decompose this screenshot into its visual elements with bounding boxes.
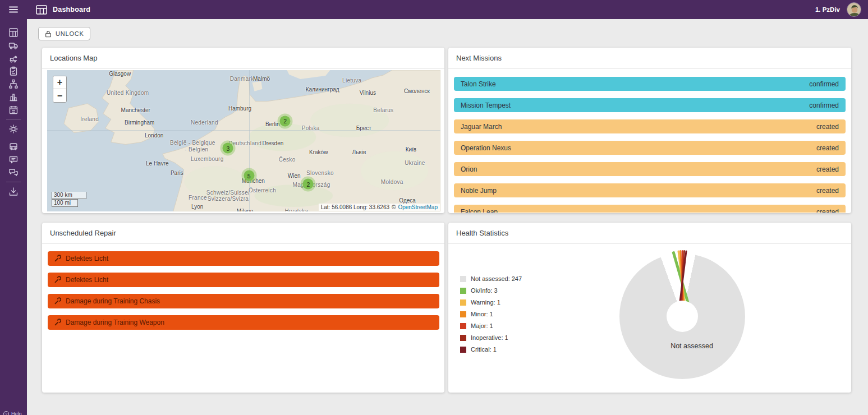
cluster-count-badge: 5 [244, 170, 254, 181]
map-canvas[interactable]: GlasgowDanmarkMalmöLietuvaUnited Kingdom… [47, 70, 440, 211]
mission-item[interactable]: Orion created [454, 162, 846, 176]
vehicle-front-icon [8, 142, 19, 152]
legend-swatch [460, 323, 466, 329]
wrench-icon [53, 319, 61, 326]
map-cluster-marker[interactable]: 3 [221, 141, 236, 156]
top-bar: Dashboard 1. PzDiv [0, 0, 868, 19]
mission-list: Talon Strike confirmed Mission Tempest c… [448, 69, 851, 213]
map-attribution: Lat: 56.0086 Long: 33.6263 © OpenStreetM… [319, 204, 440, 211]
mission-item[interactable]: Operation Nexus created [454, 141, 846, 155]
legend-item: Minor: 1 [460, 311, 522, 317]
mission-name: Jaguar March [461, 123, 502, 131]
legend-item: Critical: 1 [460, 346, 522, 353]
donut-hole [667, 301, 698, 332]
sidebar-item-planning[interactable] [0, 103, 27, 116]
bar-chart-icon [8, 92, 19, 102]
unlock-button[interactable]: UNLOCK [38, 27, 90, 40]
help-label: Help [11, 411, 22, 415]
sidebar-item-maintenance[interactable] [0, 52, 27, 64]
mission-status: created [816, 165, 839, 173]
mission-status: created [816, 187, 839, 195]
sidebar-item-dashboard[interactable] [0, 26, 27, 39]
menu-toggle-button[interactable] [0, 4, 27, 15]
hamburger-icon [8, 4, 19, 15]
help-question-icon: ? [3, 411, 9, 415]
sidebar-divider [6, 119, 21, 119]
mission-name: Operation Nexus [461, 144, 511, 152]
repair-label: Defektes Licht [66, 276, 108, 284]
settings-gear-icon [8, 124, 19, 134]
legend-item: Inoperative: 1 [460, 334, 522, 341]
mission-name: Mission Tempest [461, 102, 511, 109]
mission-item[interactable]: Noble Jump created [454, 183, 846, 197]
card-health-statistics: Health Statistics Not assessed: 247 Ok/I… [448, 223, 851, 393]
map-cluster-marker[interactable]: 5 [241, 168, 256, 183]
map-cluster-marker[interactable]: 2 [278, 113, 293, 128]
mission-name: Noble Jump [461, 187, 497, 195]
map-coordinates: Lat: 56.0086 Long: 33.6263 [321, 204, 389, 210]
map-zoom-control: + − [53, 76, 67, 103]
repair-item[interactable]: Damage during Training Weapon [48, 315, 439, 330]
clipboard-check-icon [8, 66, 19, 76]
legend-item: Not assessed: 247 [460, 275, 522, 282]
repair-item[interactable]: Defektes Licht [48, 273, 439, 287]
sidebar-item-messages[interactable] [0, 153, 27, 166]
wrench-icon [53, 276, 61, 284]
app-root: Dashboard 1. PzDiv [0, 0, 868, 415]
legend-label: Warning: 1 [471, 299, 500, 306]
mission-item[interactable]: Talon Strike confirmed [454, 77, 846, 91]
main-content: UNLOCK Locations Map [27, 19, 868, 415]
repair-item[interactable]: Damage during Training Chasis [48, 294, 439, 308]
sidebar-item-garage[interactable] [0, 140, 27, 153]
calendar-icon [8, 105, 19, 115]
mission-name: Talon Strike [461, 80, 496, 88]
unlock-label: UNLOCK [56, 30, 84, 37]
user-avatar[interactable] [847, 2, 861, 17]
dashboard-grid: Locations Map [42, 48, 851, 393]
legend-item: Ok/Info: 3 [460, 287, 522, 294]
sidebar-item-chat[interactable] [0, 166, 27, 179]
mission-name: Orion [461, 165, 477, 173]
cluster-count-badge: 3 [223, 143, 233, 154]
soldier-avatar-icon [847, 3, 861, 17]
map-scale-control: 300 km 100 mi [52, 192, 86, 207]
mission-item[interactable]: Jaguar March created [454, 119, 846, 133]
legend-swatch [460, 288, 466, 294]
copyright-symbol: © [392, 204, 396, 210]
cluster-count: 5 [247, 172, 251, 179]
health-legend: Not assessed: 247 Ok/Info: 3 Warning: 1 … [460, 275, 522, 358]
sidebar-item-downloads[interactable] [0, 185, 27, 198]
sidebar-item-vehicles[interactable] [0, 39, 27, 52]
card-locations-map: Locations Map [42, 48, 444, 213]
mission-item[interactable]: Mission Tempest confirmed [454, 98, 846, 112]
card-title-text: Locations Map [50, 54, 98, 62]
mission-status: confirmed [809, 102, 839, 109]
unit-label: 1. PzDiv [815, 6, 840, 13]
mission-name: Falcon Leap [461, 208, 498, 213]
cluster-count-badge: 2 [280, 116, 291, 126]
legend-swatch [460, 335, 466, 341]
cluster-count-badge: 2 [303, 179, 314, 190]
sidebar-item-statistics[interactable] [0, 90, 27, 103]
org-chart-icon [8, 79, 19, 89]
zoom-in-button[interactable]: + [53, 76, 66, 89]
map-cluster-marker[interactable]: 2 [301, 177, 316, 192]
sidebar-item-organization[interactable] [0, 77, 27, 90]
sidebar-item-settings[interactable] [0, 122, 27, 135]
repair-item[interactable]: Defektes Licht [48, 251, 439, 266]
lock-icon [44, 30, 52, 38]
cluster-count: 2 [307, 181, 310, 187]
legend-swatch [460, 299, 466, 306]
cluster-count: 2 [283, 118, 287, 125]
card-unscheduled-repair: Unscheduled Repair Defektes Licht Defekt… [42, 223, 444, 393]
sidebar-item-checklist[interactable] [0, 64, 27, 77]
map-clusters: 2 3 5 [47, 70, 440, 211]
card-title-unscheduled-repair: Unscheduled Repair [42, 223, 444, 244]
help-button[interactable]: ? Help [3, 411, 22, 415]
legend-swatch [460, 347, 466, 353]
zoom-out-button[interactable]: − [53, 89, 66, 102]
openstreetmap-link[interactable]: OpenStreetMap [398, 204, 438, 210]
legend-label: Minor: 1 [471, 311, 493, 317]
mission-item[interactable]: Falcon Leap created [454, 205, 846, 213]
mission-status: created [816, 123, 839, 131]
